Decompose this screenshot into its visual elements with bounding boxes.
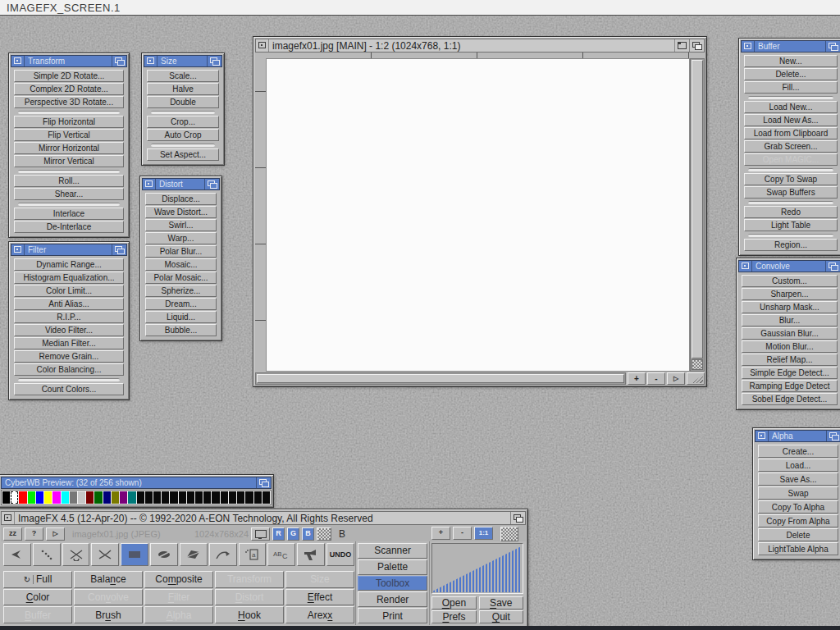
color-swatch[interactable] [212,491,219,504]
effect-button[interactable]: Effect [285,589,354,606]
unsharp-mask-button[interactable]: Unsharp Mask... [742,301,838,313]
swap-buffers-button[interactable]: Swap Buffers [744,186,838,199]
balance-button[interactable]: Balance [74,571,143,588]
color-swatch[interactable] [103,491,111,504]
wave-distort-button[interactable]: Wave Distort... [145,206,217,218]
relief-map-button[interactable]: Relief Map... [742,354,838,366]
color-swatch[interactable] [128,491,135,504]
mirror-vertical-button[interactable]: Mirror Vertical [14,155,124,167]
brush-button[interactable]: Brush [74,606,143,623]
print-button[interactable]: Print [358,608,427,623]
dynamic-range-button[interactable]: Dynamic Range... [14,258,124,271]
remove-grain-button[interactable]: Remove Grain... [14,350,124,363]
save-as-button[interactable]: Save As... [758,472,838,486]
anti-alias-button[interactable]: Anti Alias... [14,298,124,310]
shear-button[interactable]: Shear... [14,188,124,200]
close-icon[interactable] [11,244,24,255]
redo-button[interactable]: Redo [744,206,838,218]
color-swatch[interactable] [262,491,270,504]
smear-tool-button[interactable] [209,543,237,566]
color-swatch[interactable] [221,491,228,504]
palette-button[interactable]: Palette [358,559,427,575]
zoom-out-button[interactable]: - [647,372,665,385]
image-window-titlebar[interactable]: imagefx01.jpg [MAIN] - 1:2 (1024x768, 1:… [255,39,705,52]
color-swatch[interactable] [254,491,262,504]
color-swatch[interactable] [195,491,203,504]
color-swatch[interactable] [137,491,144,504]
arexx-button[interactable]: Arexx [285,606,354,623]
scale-button[interactable]: Scale... [147,70,219,82]
lasso-tool-button[interactable] [91,543,119,566]
distort-titlebar[interactable]: Distort [142,178,220,190]
resize-handle[interactable] [687,372,705,385]
help-button[interactable]: ? [25,527,43,541]
pan-grid-icon[interactable] [692,359,703,370]
freehand-cut-tool-button[interactable] [62,543,90,566]
render-button[interactable]: Render [358,591,427,607]
color-swatch[interactable] [2,491,10,504]
delete-button[interactable]: Delete [758,528,838,541]
color-swatch[interactable] [78,491,85,504]
polar-blur-button[interactable]: Polar Blur... [145,245,217,258]
interlace-button[interactable]: Interlace [14,208,124,220]
load-from-clipboard-button[interactable]: Load from Clipboard [744,127,838,139]
vertical-scroll-thumb[interactable] [692,60,703,358]
copy-to-swap-button[interactable]: Copy To Swap [744,173,838,185]
channel-b-button[interactable]: B [302,527,314,541]
channel-r-button[interactable]: R [272,527,285,541]
color-swatch[interactable] [94,491,102,504]
gaussian-blur-button[interactable]: Gaussian Blur... [742,327,838,340]
simple-edge-detect-button[interactable]: Simple Edge Detect... [742,367,838,379]
perspective-3d-rotate-button[interactable]: Perspective 3D Rotate... [14,96,124,108]
depth-icon[interactable] [689,39,704,52]
copy-to-alpha-button[interactable]: Copy To Alpha [758,500,838,514]
load-button[interactable]: Load... [758,459,838,472]
color-swatch[interactable] [179,491,186,504]
color-swatch[interactable] [237,491,244,504]
next-buffer-button[interactable]: ▷ [46,527,65,541]
de-interlace-button[interactable]: De-Interlace [14,221,124,233]
swirl-button[interactable]: Swirl... [145,219,217,231]
close-icon[interactable] [11,56,24,66]
copy-from-alpha-button[interactable]: Copy From Alpha [758,514,838,527]
color-limit-button[interactable]: Color Limit... [14,285,124,297]
warp-button[interactable]: Warp... [145,232,217,244]
motion-blur-button[interactable]: Motion Blur... [742,340,838,353]
depth-icon[interactable] [204,179,219,189]
color-swatch[interactable] [86,491,94,504]
quit-button[interactable]: Quit [479,610,523,623]
text-tool-button[interactable]: ABC [267,543,295,566]
depth-icon[interactable] [510,512,525,524]
open-button[interactable]: Open [431,596,476,609]
channel-g-button[interactable]: G [287,527,299,541]
composite-button[interactable]: Composite [144,571,213,588]
pointer-tool-button[interactable] [3,543,31,566]
depth-icon[interactable] [112,244,126,255]
load-new-button[interactable]: Load New... [744,101,838,113]
zoom-ratio-button[interactable]: 1:1 [474,527,493,540]
prefs-button[interactable]: Prefs [431,610,476,623]
polygon-tool-button[interactable] [180,543,208,566]
crop-button[interactable]: Crop... [147,116,219,128]
screen-titlebar[interactable]: IMAGEFX_SCREEN.1 [0,0,840,16]
create-button[interactable]: Create... [758,445,838,458]
custom-button[interactable]: Custom... [742,275,838,287]
displace-button[interactable]: Displace... [145,193,217,205]
close-icon[interactable] [742,41,754,52]
close-icon[interactable] [256,39,268,52]
depth-icon[interactable] [207,56,221,66]
color-swatch[interactable] [62,491,69,504]
full-button[interactable]: ↻Full [3,571,72,588]
palette-titlebar[interactable]: CyberWB Preview: (32 of 256 shown) [1,477,272,489]
save-button[interactable]: Save [479,596,523,609]
screen-mode-button[interactable] [251,527,270,541]
video-filter-button[interactable]: Video Filter... [14,324,124,336]
color-swatch[interactable] [162,491,169,504]
new-button[interactable]: New... [744,55,838,67]
gradient-preview[interactable] [431,543,523,594]
polar-mosaic-button[interactable]: Polar Mosaic... [145,272,217,284]
depth-icon[interactable] [256,477,271,488]
sharpen-button[interactable]: Sharpen... [742,288,838,300]
complex-2d-rotate-button[interactable]: Complex 2D Rotate... [14,83,124,95]
depth-icon[interactable] [825,261,840,272]
